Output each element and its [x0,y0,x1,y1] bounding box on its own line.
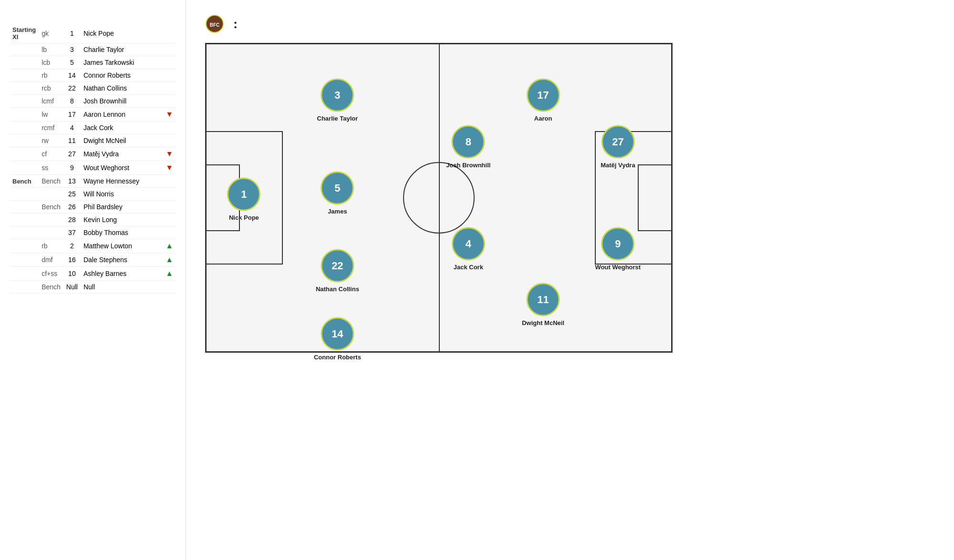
player-name: Nick Pope [81,24,163,43]
player-number: 37 [63,226,81,239]
player-name: Bobby Thomas [81,226,163,239]
right-panel: BFC : 1Nick Pope3Charlie Taylor5James22N… [186,0,954,560]
player-token-dwight-mcneil: 11Dwight McNeil [522,283,564,326]
player-position: rb [39,239,63,253]
substitution-icon: ▼ [163,161,176,175]
player-position [39,214,63,226]
player-circle-josh-brownhill: 8 [452,125,485,158]
player-name: Ashley Barnes [81,267,163,281]
player-circle-nathan-collins: 22 [321,249,354,282]
arrow-up-icon: ▲ [166,255,173,264]
player-number: 13 [63,175,81,188]
player-name: Wout Weghorst [81,161,163,175]
player-position: Bench [39,201,63,214]
player-position: lb [39,43,63,56]
player-name-label-connor-roberts: Connor Roberts [314,353,361,360]
arrow-up-icon: ▲ [166,242,173,250]
substitution-icon [163,226,176,239]
player-token-matej-vydra: 27Matěj Vydra [601,125,635,168]
substitution-icon [163,56,176,69]
player-name: Jack Cork [81,122,163,134]
player-number: 16 [63,253,81,267]
player-number: 4 [63,122,81,134]
player-name: Will Norris [81,188,163,201]
player-name: Connor Roberts [81,69,163,82]
formation-title: : [230,17,244,31]
arrow-down-icon: ▼ [166,110,173,118]
player-token-aaron-lennon: 17Aaron [527,79,560,122]
player-position: Bench [39,175,63,188]
player-token-jack-cork: 4Jack Cork [452,227,485,271]
player-position: dmf [39,253,63,267]
player-name-label-matej-vydra: Matěj Vydra [601,161,635,168]
substitution-icon [163,281,176,294]
player-number: 8 [63,95,81,108]
player-name-label-james-tarkowski: James [328,208,347,215]
player-position [39,226,63,239]
player-number: 5 [63,56,81,69]
player-name: Null [81,281,163,294]
player-name-label-charlie-taylor: Charlie Taylor [317,115,358,122]
player-name-label-josh-brownhill: Josh Brownhill [446,161,490,168]
substitution-icon: ▲ [163,267,176,281]
player-name-label-aaron-lennon: Aaron [534,115,552,122]
substitution-icon [163,43,176,56]
player-name: Charlie Taylor [81,43,163,56]
player-circle-jack-cork: 4 [452,227,485,261]
substitution-icon [163,122,176,134]
player-name: James Tarkowski [81,56,163,69]
player-position: Bench [39,281,63,294]
substitution-icon [163,95,176,108]
player-position: lw [39,108,63,122]
player-token-nathan-collins: 22Nathan Collins [316,249,359,292]
player-name: Nathan Collins [81,82,163,95]
substitution-icon [163,214,176,226]
player-position: rb [39,69,63,82]
player-name: Dale Stephens [81,253,163,267]
player-name: Wayne Hennessey [81,175,163,188]
substitution-icon: ▼ [163,108,176,122]
player-number: 1 [63,24,81,43]
player-circle-nick-pope: 1 [227,178,260,211]
player-position: lcb [39,56,63,69]
arrow-up-icon: ▲ [166,269,173,277]
player-number: Null [63,281,81,294]
player-token-connor-roberts: 14Connor Roberts [314,317,361,360]
player-position: gk [39,24,63,43]
player-token-james-tarkowski: 5James [321,172,354,215]
player-number: 17 [63,108,81,122]
player-circle-james-tarkowski: 5 [321,172,354,205]
section-label: Starting XI [10,24,39,43]
player-number: 28 [63,214,81,226]
player-name-label-jack-cork: Jack Cork [454,264,483,271]
substitution-icon [163,82,176,95]
player-name: Matěj Vydra [81,147,163,161]
club-badge: BFC [205,14,224,33]
player-name-label-wout-weghorst: Wout Weghorst [595,264,641,271]
substitution-icon [163,201,176,214]
substitution-icon [163,175,176,188]
player-position: lcmf [39,95,63,108]
player-name: Phil Bardsley [81,201,163,214]
player-number: 27 [63,147,81,161]
player-number: 22 [63,82,81,95]
player-name: Josh Brownhill [81,95,163,108]
player-name-label-nathan-collins: Nathan Collins [316,285,359,292]
player-position: rw [39,134,63,147]
player-number: 10 [63,267,81,281]
left-panel: Starting XIgk1Nick Popelb3Charlie Taylor… [0,0,186,560]
player-name-label-dwight-mcneil: Dwight McNeil [522,319,564,326]
player-name-label-nick-pope: Nick Pope [229,214,259,221]
player-number: 3 [63,43,81,56]
section-label: Bench [10,175,39,188]
player-circle-charlie-taylor: 3 [321,79,354,112]
player-name: Matthew Lowton [81,239,163,253]
pitch: 1Nick Pope3Charlie Taylor5James22Nathan … [205,43,673,353]
player-number: 26 [63,201,81,214]
goal-area-right [638,164,671,231]
player-number: 14 [63,69,81,82]
center-circle [403,162,475,234]
svg-text:BFC: BFC [210,22,220,28]
player-token-charlie-taylor: 3Charlie Taylor [317,79,358,122]
player-position: cf+ss [39,267,63,281]
